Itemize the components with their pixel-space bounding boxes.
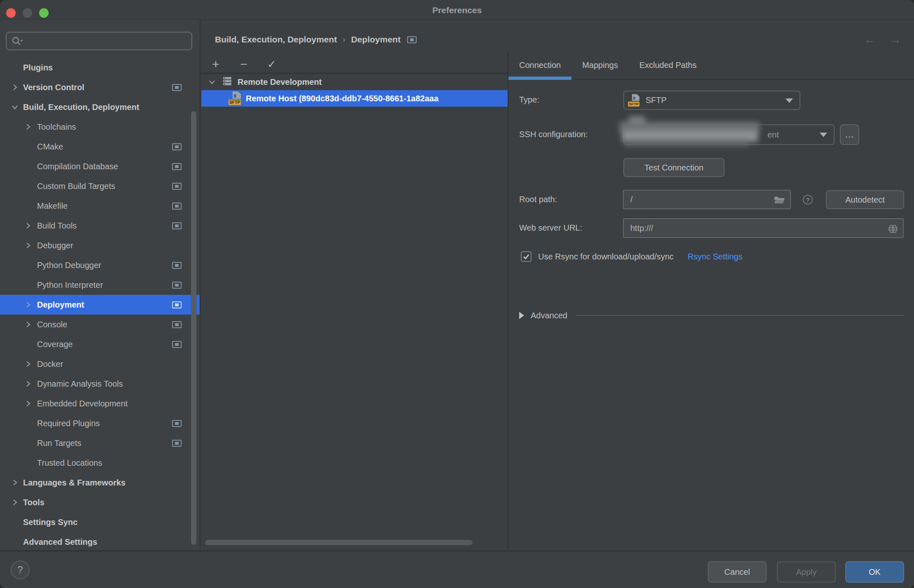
add-server-button[interactable]: + <box>209 55 223 73</box>
help-button[interactable]: ? <box>11 560 30 579</box>
chevron-right-icon[interactable] <box>24 241 32 250</box>
editable-settings-icon <box>172 262 182 269</box>
tree-child-label: Remote Host (890dc83d-ddb7-4550-8661-1a8… <box>246 94 438 103</box>
chevron-right-icon[interactable] <box>24 320 32 329</box>
use-rsync-checkbox[interactable] <box>521 251 532 262</box>
autodetect-button[interactable]: Autodetect <box>826 190 904 209</box>
web-server-url-label: Web server URL: <box>519 223 582 233</box>
sidebar-item-plugins[interactable]: Plugins <box>0 58 201 77</box>
sidebar-item-required-plugins[interactable]: Required Plugins <box>0 413 201 433</box>
ssh-configuration-value-fragment: ent <box>767 130 779 140</box>
dialog-footer: ? Cancel Apply OK <box>0 551 914 588</box>
test-connection-button[interactable]: Test Connection <box>623 158 725 177</box>
sidebar-item-coverage[interactable]: Coverage <box>0 334 201 354</box>
sidebar-vertical-scrollbar[interactable] <box>191 111 196 545</box>
root-path-help-icon[interactable]: ? <box>803 195 813 205</box>
web-server-url-input[interactable]: http:/// <box>623 218 904 238</box>
sidebar-item-languages-frameworks[interactable]: Languages & Frameworks <box>0 473 201 492</box>
title-bar: Preferences <box>0 0 914 20</box>
sidebar-item-settings-sync[interactable]: Settings Sync <box>0 512 201 532</box>
cancel-button[interactable]: Cancel <box>708 561 767 583</box>
advanced-label: Advanced <box>531 311 567 320</box>
breadcrumb-item-deployment[interactable]: Deployment <box>351 35 401 44</box>
sidebar-item-cmake[interactable]: CMake <box>0 137 201 156</box>
chevron-right-icon[interactable] <box>11 83 19 91</box>
sidebar-item-makefile[interactable]: Makefile <box>0 196 201 216</box>
chevron-right-icon[interactable] <box>24 301 32 309</box>
tree-row-remote-development[interactable]: Remote Development <box>201 74 508 90</box>
editable-settings-icon <box>407 36 417 43</box>
forward-arrow-button[interactable]: → <box>889 32 902 47</box>
ok-button[interactable]: OK <box>845 561 904 583</box>
sidebar-item-run-targets[interactable]: Run Targets <box>0 433 201 453</box>
chevron-right-icon[interactable] <box>24 360 32 368</box>
sidebar-item-python-debugger[interactable]: Python Debugger <box>0 255 201 275</box>
back-arrow-button[interactable]: ← <box>864 32 877 47</box>
root-path-value: / <box>630 195 633 204</box>
type-label: Type: <box>519 95 539 105</box>
chevron-right-icon[interactable] <box>11 498 19 506</box>
chevron-down-icon[interactable] <box>208 78 216 86</box>
sidebar-item-docker[interactable]: Docker <box>0 354 201 374</box>
editable-settings-icon <box>172 301 182 308</box>
panel-divider <box>508 52 508 550</box>
sidebar-item-version-control[interactable]: Version Control <box>0 77 201 97</box>
use-rsync-label[interactable]: Use Rsync for download/upload/sync <box>538 252 674 261</box>
dropdown-arrow-icon <box>820 133 827 137</box>
folder-browse-icon[interactable] <box>774 195 785 207</box>
tab-excluded-paths[interactable]: Excluded Paths <box>629 51 707 79</box>
sidebar-item-debugger[interactable]: Debugger <box>0 236 201 255</box>
sidebar-item-dynamic-analysis-tools[interactable]: Dynamic Analysis Tools <box>0 374 201 394</box>
sidebar-item-python-interpreter[interactable]: Python Interpreter <box>0 275 201 295</box>
sidebar-item-embedded-development[interactable]: Embedded Development <box>0 394 201 413</box>
breadcrumb-item-build-execution-deployment[interactable]: Build, Execution, Deployment <box>215 35 337 44</box>
sidebar-item-toolchains[interactable]: Toolchains <box>0 117 201 137</box>
sidebar-item-label: Debugger <box>37 241 73 250</box>
chevron-right-icon[interactable] <box>11 478 19 487</box>
server-list-horizontal-scrollbar[interactable] <box>205 540 473 545</box>
tab-mappings[interactable]: Mappings <box>571 51 629 79</box>
sidebar-item-advanced-settings[interactable]: Advanced Settings <box>0 532 201 550</box>
ssh-configuration-redacted-value <box>614 116 768 151</box>
sidebar-item-deployment[interactable]: Deployment <box>0 295 201 315</box>
sidebar-item-label: Version Control <box>23 83 84 92</box>
sidebar-item-label: Python Interpreter <box>37 280 103 289</box>
sidebar-item-label: Settings Sync <box>23 518 77 527</box>
dropdown-arrow-icon <box>786 98 793 103</box>
sidebar-item-build-tools[interactable]: Build Tools <box>0 216 201 236</box>
apply-button[interactable]: Apply <box>777 561 836 583</box>
advanced-section-toggle[interactable]: Advanced <box>519 308 904 323</box>
tree-row-remote-host-selected[interactable]: SFTP Remote Host (890dc83d-ddb7-4550-866… <box>201 90 508 107</box>
chevron-right-icon[interactable] <box>24 222 32 230</box>
editable-settings-icon <box>172 341 182 348</box>
remove-server-button[interactable]: − <box>237 55 251 73</box>
sidebar-item-label: Tools <box>23 498 44 507</box>
globe-icon <box>887 223 899 237</box>
chevron-right-icon[interactable] <box>24 380 32 388</box>
sidebar-item-console[interactable]: Console <box>0 315 201 334</box>
sidebar-item-build-execution-deployment[interactable]: Build, Execution, Deployment <box>0 97 201 117</box>
ssh-configurations-browse-button[interactable]: ... <box>840 124 859 145</box>
sidebar-item-compilation-database[interactable]: Compilation Database <box>0 156 201 176</box>
use-as-default-button[interactable]: ✓ <box>265 55 279 73</box>
tab-connection[interactable]: Connection <box>508 51 571 79</box>
root-path-input[interactable]: / <box>623 190 791 209</box>
sidebar-item-label: Deployment <box>37 300 84 309</box>
search-input[interactable] <box>6 32 192 50</box>
connection-settings-panel: ← → ConnectionMappingsExcluded Paths Typ… <box>508 20 914 550</box>
chevron-right-icon[interactable] <box>24 123 32 131</box>
preferences-window: Preferences PluginsVersion ControlBuild,… <box>0 0 914 588</box>
sidebar-item-trusted-locations[interactable]: Trusted Locations <box>0 453 201 473</box>
chevron-down-icon[interactable] <box>11 103 19 111</box>
type-dropdown[interactable]: SFTP SFTP <box>623 91 800 110</box>
breadcrumb-separator-icon: › <box>343 35 345 44</box>
editable-settings-icon <box>172 222 182 229</box>
editable-settings-icon <box>172 440 182 447</box>
sidebar-item-label: Languages & Frameworks <box>23 478 126 487</box>
rsync-settings-link[interactable]: Rsync Settings <box>688 252 742 261</box>
sidebar-item-custom-build-targets[interactable]: Custom Build Targets <box>0 176 201 196</box>
sidebar-item-tools[interactable]: Tools <box>0 492 201 512</box>
editable-settings-icon <box>172 183 182 190</box>
chevron-right-icon[interactable] <box>24 399 32 408</box>
settings-sidebar: PluginsVersion ControlBuild, Execution, … <box>0 20 201 550</box>
